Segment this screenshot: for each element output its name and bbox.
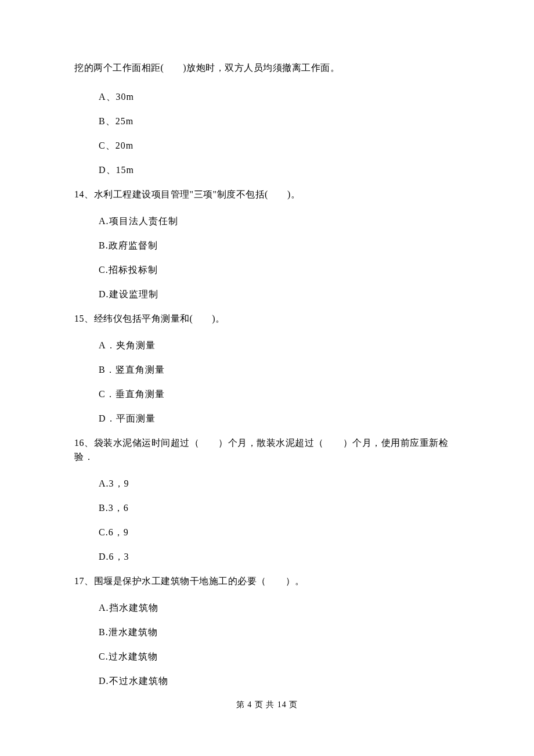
question-17-stem: 17、围堰是保护水工建筑物干地施工的必要（ ）。 bbox=[74, 574, 460, 588]
option-a: A．夹角测量 bbox=[99, 339, 460, 352]
option-c: C．垂直角测量 bbox=[99, 387, 460, 401]
page-footer: 第 4 页 共 14 页 bbox=[74, 699, 460, 711]
option-d: D.建设监理制 bbox=[99, 287, 460, 301]
option-a: A.项目法人责任制 bbox=[99, 214, 460, 228]
option-b: B．竖直角测量 bbox=[99, 363, 460, 377]
option-c: C.6，9 bbox=[99, 525, 460, 539]
option-d: D.不过水建筑物 bbox=[99, 674, 460, 688]
option-a: A.3，9 bbox=[99, 477, 460, 491]
question-fragment-continuation: 挖的两个工作面相距( )放炮时，双方人员均须撤离工作面。 bbox=[74, 61, 460, 75]
option-a: A.挡水建筑物 bbox=[99, 601, 460, 615]
option-b: B.3，6 bbox=[99, 501, 460, 515]
option-c: C.招标投标制 bbox=[99, 263, 460, 277]
option-b: B、25m bbox=[99, 114, 460, 128]
question-14-stem: 14、水利工程建设项目管理"三项"制度不包括( )。 bbox=[74, 188, 460, 201]
option-c: C.过水建筑物 bbox=[99, 650, 460, 664]
option-d: D、15m bbox=[99, 163, 460, 177]
option-a: A、30m bbox=[99, 90, 460, 104]
option-b: B.泄水建筑物 bbox=[99, 625, 460, 639]
question-16-stem: 16、袋装水泥储运时间超过（ ）个月，散装水泥超过（ ）个月，使用前应重新检验． bbox=[74, 436, 460, 464]
option-d: D.6，3 bbox=[99, 550, 460, 564]
document-page: 挖的两个工作面相距( )放炮时，双方人员均须撤离工作面。 A、30m B、25m… bbox=[0, 0, 534, 756]
option-b: B.政府监督制 bbox=[99, 239, 460, 253]
question-15-stem: 15、经纬仪包括平角测量和( )。 bbox=[74, 312, 460, 326]
option-d: D．平面测量 bbox=[99, 412, 460, 426]
option-c: C、20m bbox=[99, 139, 460, 153]
